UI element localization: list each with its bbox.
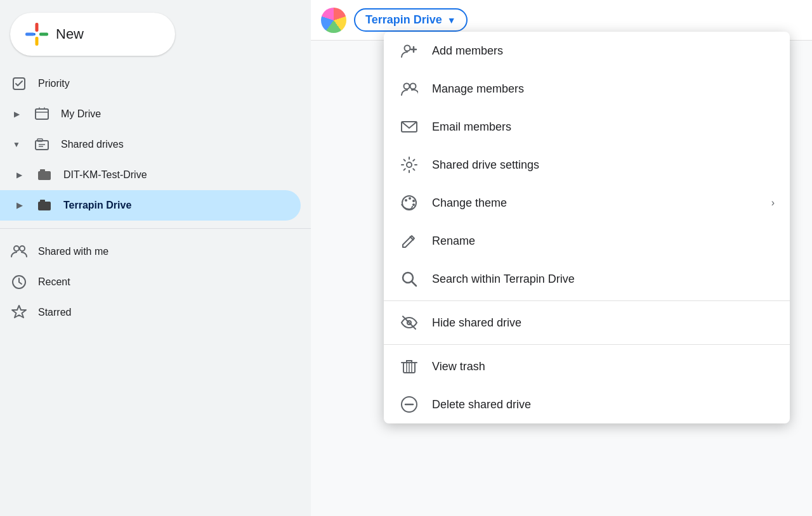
menu-item-change-theme-label: Change theme: [432, 197, 759, 210]
menu-item-view-trash-label: View trash: [432, 360, 775, 373]
menu-item-email-members-label: Email members: [432, 120, 775, 134]
menu-item-add-members-label: Add members: [432, 44, 775, 58]
dropdown-overlay[interactable]: Add members Manage members Email members…: [0, 0, 812, 516]
palette-icon: [399, 193, 419, 213]
trash-icon: [399, 356, 419, 377]
menu-divider-2: [384, 344, 790, 345]
menu-item-email-members[interactable]: Email members: [384, 108, 790, 146]
menu-item-rename-label: Rename: [432, 235, 775, 248]
change-theme-chevron-icon: ›: [771, 197, 775, 209]
dropdown-menu: Add members Manage members Email members…: [384, 32, 790, 423]
email-icon: [399, 117, 419, 137]
search-icon: [399, 269, 419, 289]
menu-item-manage-members[interactable]: Manage members: [384, 70, 790, 108]
svg-point-29: [409, 197, 411, 200]
menu-item-settings[interactable]: Shared drive settings: [384, 146, 790, 184]
svg-point-30: [412, 200, 415, 202]
menu-item-rename[interactable]: Rename: [384, 222, 790, 260]
menu-item-delete-shared-drive-label: Delete shared drive: [432, 398, 775, 411]
menu-item-add-members[interactable]: Add members: [384, 32, 790, 70]
svg-point-31: [412, 203, 415, 206]
svg-point-26: [407, 162, 412, 167]
add-members-icon: [399, 41, 419, 61]
svg-point-24: [410, 84, 416, 89]
svg-point-20: [405, 46, 410, 51]
menu-item-manage-members-label: Manage members: [432, 82, 775, 96]
hide-icon: [399, 313, 419, 333]
menu-item-change-theme[interactable]: Change theme ›: [384, 184, 790, 222]
menu-item-search-within[interactable]: Search within Terrapin Drive: [384, 260, 790, 298]
menu-divider-1: [384, 300, 790, 301]
settings-icon: [399, 155, 419, 175]
svg-line-34: [412, 281, 416, 286]
svg-point-23: [404, 84, 410, 89]
menu-item-delete-shared-drive[interactable]: Delete shared drive: [384, 385, 790, 423]
menu-item-search-within-label: Search within Terrapin Drive: [432, 273, 775, 286]
menu-item-settings-label: Shared drive settings: [432, 158, 775, 172]
menu-item-view-trash[interactable]: View trash: [384, 347, 790, 385]
rename-icon: [399, 231, 419, 251]
menu-item-hide-shared-drive-label: Hide shared drive: [432, 316, 775, 330]
delete-circle-icon: [399, 394, 419, 415]
manage-members-icon: [399, 79, 419, 99]
menu-item-hide-shared-drive[interactable]: Hide shared drive: [384, 304, 790, 342]
svg-point-28: [405, 199, 407, 202]
